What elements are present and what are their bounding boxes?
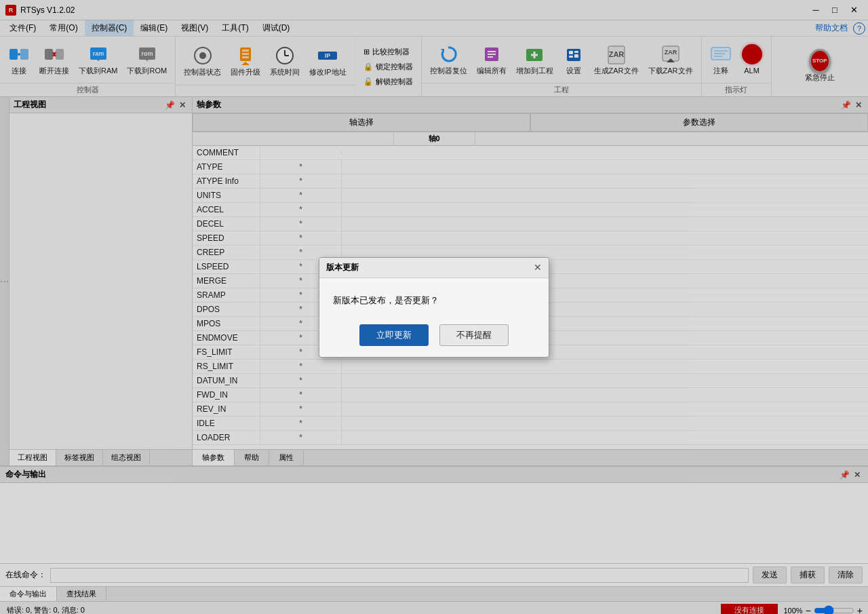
- no-remind-button[interactable]: 不再提醒: [439, 324, 509, 346]
- update-dialog: 版本更新 ✕ 新版本已发布，是否更新？ 立即更新 不再提醒: [319, 257, 549, 358]
- dialog-message: 新版本已发布，是否更新？: [333, 295, 439, 305]
- dialog-body: 新版本已发布，是否更新？: [319, 278, 549, 318]
- dialog-title-bar: 版本更新 ✕: [319, 258, 549, 278]
- dialog-footer: 立即更新 不再提醒: [319, 318, 549, 357]
- update-now-button[interactable]: 立即更新: [359, 324, 429, 346]
- dialog-title: 版本更新: [326, 262, 359, 273]
- dialog-close-btn[interactable]: ✕: [534, 262, 542, 273]
- dialog-overlay: 版本更新 ✕ 新版本已发布，是否更新？ 立即更新 不再提醒: [0, 0, 868, 614]
